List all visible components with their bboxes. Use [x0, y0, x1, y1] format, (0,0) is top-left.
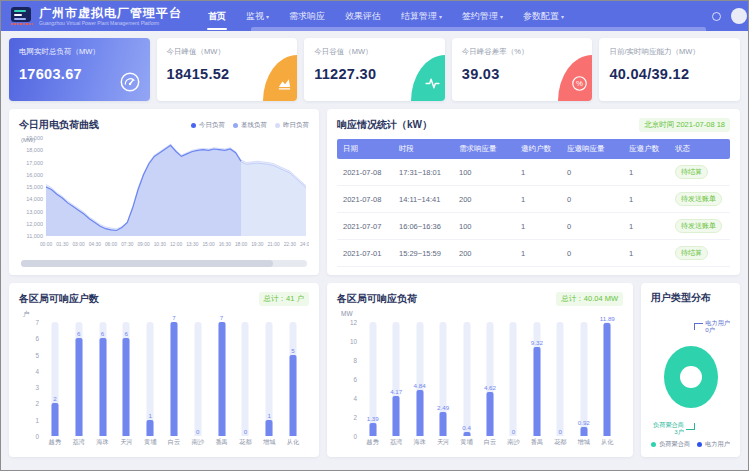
bar-column[interactable]: 9.32番禺 [525, 322, 548, 436]
bars: 1.39越秀4.17荔湾4.84海珠2.49天河0.4黄埔4.62白云0南沙9.… [361, 322, 619, 436]
y-tick-label: 8 [339, 357, 357, 364]
y-tick-label: 2 [339, 414, 357, 421]
callout-label: 负荷聚合商 [653, 421, 684, 428]
cell-resp-users: 1 [627, 195, 673, 204]
legend-label: 昨日负荷 [283, 121, 309, 130]
y-tick-label: 4 [339, 395, 357, 402]
bar-category-label: 南沙 [192, 438, 204, 447]
svg-text:18,000: 18,000 [26, 147, 43, 153]
table-row: 2021-07-0814:11~14:41200101待发送账单查看 [337, 186, 730, 213]
bar-category-label: 增城 [578, 438, 590, 447]
bar-track [463, 322, 470, 436]
bar-column[interactable]: 5从化 [281, 322, 305, 436]
bar-category-label: 增城 [263, 438, 275, 447]
bar-column[interactable]: 0南沙 [502, 322, 525, 436]
cell-action: 查看 [729, 221, 731, 231]
bar-column[interactable]: 7白云 [162, 322, 186, 436]
cell-status: 待发送账单 [673, 192, 729, 206]
svg-text:10:30: 10:30 [154, 242, 167, 247]
bar [266, 420, 273, 436]
y-tick-label: 5 [21, 351, 39, 358]
kpi-icon-wedge: % [558, 55, 592, 101]
datazoom-handle[interactable] [21, 260, 273, 267]
donut-title: 用户类型分布 [651, 291, 730, 305]
status-badge: 待发送账单 [675, 192, 722, 206]
svg-text:04:30: 04:30 [89, 242, 102, 247]
bar-column[interactable]: 4.84海珠 [408, 322, 431, 436]
bar-column[interactable]: 0花都 [234, 322, 258, 436]
nav-item-label: 监视 [246, 10, 264, 23]
bar-column[interactable]: 0南沙 [186, 322, 210, 436]
bar-column[interactable]: 0.4黄埔 [455, 322, 478, 436]
bar-column[interactable]: 2.49天河 [431, 322, 454, 436]
nav-item[interactable]: 首页 [198, 1, 236, 31]
legend-item[interactable]: 负荷聚合商 [651, 439, 690, 449]
notification-icon[interactable] [712, 12, 721, 21]
cell-resp-users: 1 [627, 222, 673, 231]
kpi-card[interactable]: 日前/实时响应能力（MW）40.04/39.12 [599, 38, 740, 101]
bar-column[interactable]: 1黄埔 [138, 322, 162, 436]
y-tick-label: 1 [21, 416, 39, 423]
bar-column[interactable]: 6天河 [114, 322, 138, 436]
legend-item[interactable]: 昨日负荷 [275, 121, 309, 130]
kpi-card[interactable]: 今日峰谷差率（%）39.03% [452, 38, 593, 101]
svg-text:22:30: 22:30 [284, 242, 297, 247]
donut-ring[interactable] [664, 346, 718, 408]
bar [604, 323, 611, 436]
bar-column[interactable]: 1增城 [257, 322, 281, 436]
bar-column[interactable]: 11.89从化 [596, 322, 619, 436]
bar-column[interactable]: 1.39越秀 [361, 322, 384, 436]
callout-label: 电力用户 [705, 319, 730, 326]
legend-item[interactable]: 电力用户 [697, 439, 730, 449]
legend-item[interactable]: 今日负荷 [191, 121, 225, 130]
legend-dot [191, 123, 196, 128]
svg-text:19,000: 19,000 [26, 135, 43, 141]
svg-text:16:30: 16:30 [219, 242, 232, 247]
cell-period: 16:06~16:36 [397, 222, 457, 231]
bar-value-label: 4.84 [414, 382, 426, 389]
logo-caption-decor [11, 23, 33, 25]
bar-column[interactable]: 2越秀 [43, 322, 67, 436]
kpi-card[interactable]: 今日谷值（MW）11227.30 [304, 38, 445, 101]
bar-category-label: 南沙 [507, 438, 519, 447]
y-tick-label: 4 [21, 367, 39, 374]
bar-value-label: 0 [559, 428, 562, 435]
beijing-time-badge: 北京时间 2021-07-08 18 [639, 118, 730, 132]
bar-value-label: 2.49 [437, 404, 449, 411]
bar [580, 427, 587, 436]
bar-column[interactable]: 7番禺 [210, 322, 234, 436]
bar-column[interactable]: 6荔湾 [67, 322, 91, 436]
kpi-card[interactable]: 今日峰值（MW）18415.52 [157, 38, 298, 101]
bar-column[interactable]: 0花都 [549, 322, 572, 436]
load-chart-title: 今日用电负荷曲线 [19, 118, 99, 132]
svg-text:21:00: 21:00 [267, 242, 280, 247]
bar2-title: 各区局可响应负荷 [337, 292, 417, 306]
bar-chart-load[interactable]: 0246810121.39越秀4.17荔湾4.84海珠2.49天河0.4黄埔4.… [337, 320, 623, 449]
cell-status: 待结算 [673, 165, 729, 179]
svg-text:24:00: 24:00 [300, 242, 309, 247]
bar-column[interactable]: 4.62白云 [478, 322, 501, 436]
callout-connector [694, 323, 703, 330]
user-avatar[interactable] [731, 8, 747, 24]
bar-chart-users[interactable]: 012345672越秀6荔湾6海珠6天河1黄埔7白云0南沙7番禺0花都1增城5从… [19, 320, 309, 449]
cell-invited: 1 [519, 222, 565, 231]
svg-text:06:00: 06:00 [105, 242, 118, 247]
y-tick-label: 10 [339, 338, 357, 345]
bar-value-label: 0 [196, 428, 199, 435]
bar-column[interactable]: 4.17荔湾 [384, 322, 407, 436]
cell-action: 查看 [729, 167, 731, 177]
svg-text:15,000: 15,000 [26, 184, 43, 190]
bar-column[interactable]: 6海珠 [91, 322, 115, 436]
bar-category-label: 花都 [554, 438, 566, 447]
kpi-card[interactable]: 电网实时总负荷（MW）17603.67 [9, 38, 150, 101]
svg-text:13,000: 13,000 [26, 209, 43, 215]
nav-item-label: 首页 [208, 10, 226, 23]
bar-value-label: 0.92 [578, 419, 590, 426]
datazoom-slider[interactable] [21, 260, 307, 267]
nav-item-label: 参数配置 [523, 10, 559, 23]
legend-item[interactable]: 基线负荷 [233, 121, 267, 130]
bar-column[interactable]: 0.92增城 [572, 322, 595, 436]
bar-value-label: 7 [220, 314, 223, 321]
load-chart[interactable]: (MW)11,00012,00013,00014,00015,00016,000… [19, 133, 309, 257]
kpi-row: 电网实时总负荷（MW）17603.67今日峰值（MW）18415.52今日谷值（… [9, 38, 740, 101]
